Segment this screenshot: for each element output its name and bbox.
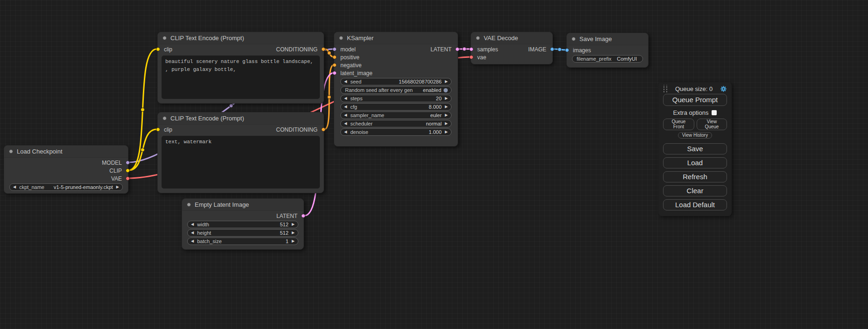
widget-cfg[interactable]: ◀ cfg 8.000 ▶ (340, 103, 452, 111)
output-slot-conditioning[interactable]: CONDITIONING (241, 126, 324, 133)
decrement-arrow-icon[interactable]: ◀ (344, 105, 347, 109)
input-port-samples[interactable] (469, 47, 473, 51)
input-port-images[interactable] (565, 48, 569, 52)
node-titlebar[interactable]: CLIP Text Encode (Prompt) (158, 112, 324, 125)
load-button[interactable]: Load (663, 157, 727, 168)
output-port-vae[interactable] (126, 176, 130, 181)
prev-value-arrow-icon[interactable]: ◀ (344, 122, 347, 126)
view-queue-button[interactable]: View Queue (697, 119, 727, 130)
widget-steps[interactable]: ◀ steps 20 ▶ (340, 95, 452, 102)
random-seed-toggle-dot[interactable] (444, 88, 448, 92)
node-load-checkpoint[interactable]: Load Checkpoint MODEL CLIP VAE (4, 145, 128, 194)
collapse-dot-icon[interactable] (162, 116, 167, 120)
queue-prompt-button[interactable]: Queue Prompt (663, 94, 727, 106)
input-slot-positive[interactable]: positive (334, 53, 458, 61)
output-slot-latent[interactable]: LATENT (182, 212, 303, 220)
input-port-positive[interactable] (332, 55, 337, 59)
collapse-dot-icon[interactable] (162, 36, 167, 40)
increment-arrow-icon[interactable]: ▶ (292, 231, 295, 235)
increment-arrow-icon[interactable]: ▶ (445, 80, 448, 84)
decrement-arrow-icon[interactable]: ◀ (344, 80, 347, 84)
input-port-negative[interactable] (332, 63, 337, 67)
output-port-model[interactable] (126, 161, 130, 165)
input-port-clip[interactable] (156, 127, 160, 132)
output-slot-latent[interactable]: LATENT (396, 45, 458, 53)
node-clip-text-encode-negative[interactable]: CLIP Text Encode (Prompt) clip CONDITION… (157, 112, 324, 193)
input-slot-images[interactable]: images (567, 46, 648, 54)
next-value-arrow-icon[interactable]: ▶ (445, 122, 448, 126)
output-port-latent[interactable] (455, 47, 459, 51)
collapse-dot-icon[interactable] (476, 36, 480, 40)
widget-batch-size[interactable]: ◀ batch_size 1 ▶ (187, 238, 298, 245)
input-slot-latent-image[interactable]: latent_image (334, 69, 458, 77)
drag-handle-icon[interactable] (662, 85, 668, 92)
prompt-textarea[interactable]: text, watermark (162, 136, 320, 189)
input-port-vae[interactable] (469, 55, 473, 59)
widget-filename-prefix[interactable]: filename_prefix ComfyUI (572, 55, 643, 63)
decrement-arrow-icon[interactable]: ◀ (344, 130, 347, 134)
node-titlebar[interactable]: Save Image (567, 33, 648, 45)
graph-canvas[interactable]: Load Checkpoint MODEL CLIP VAE (0, 0, 868, 329)
decrement-arrow-icon[interactable]: ◀ (191, 231, 194, 235)
input-port-latent-image[interactable] (332, 71, 337, 75)
clear-button[interactable]: Clear (663, 185, 727, 196)
decrement-arrow-icon[interactable]: ◀ (344, 97, 347, 100)
output-port-conditioning[interactable] (321, 127, 325, 132)
input-slot-clip[interactable]: clip (158, 45, 241, 53)
increment-arrow-icon[interactable]: ▶ (445, 130, 448, 134)
extra-options-checkbox[interactable] (712, 110, 717, 115)
collapse-dot-icon[interactable] (339, 36, 343, 40)
widget-sampler-name[interactable]: ◀ sampler_name euler ▶ (340, 112, 452, 119)
input-port-clip[interactable] (156, 47, 160, 51)
view-history-button[interactable]: View History (678, 132, 712, 139)
output-port-image[interactable] (550, 47, 554, 51)
prev-value-arrow-icon[interactable]: ◀ (344, 113, 347, 117)
node-save-image[interactable]: Save Image images filename_prefix ComfyU… (566, 33, 649, 68)
next-value-arrow-icon[interactable]: ▶ (116, 185, 119, 189)
input-slot-negative[interactable]: negative (334, 61, 458, 69)
widget-denoise[interactable]: ◀ denoise 1.000 ▶ (340, 128, 452, 136)
widget-random-seed[interactable]: Random seed after every gen enabled (340, 86, 452, 94)
queue-front-button[interactable]: Queue Front (663, 119, 694, 130)
input-port-model[interactable] (332, 47, 337, 51)
collapse-dot-icon[interactable] (572, 37, 576, 41)
widget-seed[interactable]: ◀ seed 156680208700286 ▶ (340, 78, 452, 85)
output-slot-image[interactable]: IMAGE (512, 45, 552, 53)
decrement-arrow-icon[interactable]: ◀ (191, 223, 194, 226)
increment-arrow-icon[interactable]: ▶ (445, 97, 448, 100)
node-empty-latent-image[interactable]: Empty Latent Image LATENT ◀ width 512 ▶ … (182, 198, 304, 250)
increment-arrow-icon[interactable]: ▶ (292, 223, 295, 226)
input-slot-model[interactable]: model (334, 45, 396, 53)
input-slot-vae[interactable]: vae (471, 53, 552, 61)
node-titlebar[interactable]: VAE Decode (471, 32, 552, 44)
widget-height[interactable]: ◀ height 512 ▶ (187, 229, 298, 237)
output-port-conditioning[interactable] (321, 47, 325, 51)
prev-value-arrow-icon[interactable]: ◀ (13, 185, 16, 189)
next-value-arrow-icon[interactable]: ▶ (445, 113, 448, 117)
save-button[interactable]: Save (663, 143, 727, 154)
prompt-textarea[interactable]: beautiful scenery nature glass bottle la… (162, 56, 320, 99)
node-titlebar[interactable]: Empty Latent Image (182, 199, 303, 211)
output-slot-clip[interactable]: CLIP (4, 167, 128, 175)
increment-arrow-icon[interactable]: ▶ (445, 105, 448, 109)
collapse-dot-icon[interactable] (187, 203, 191, 207)
output-port-latent[interactable] (301, 214, 305, 218)
output-slot-vae[interactable]: VAE (4, 175, 128, 182)
node-titlebar[interactable]: KSampler (334, 32, 458, 44)
output-slot-model[interactable]: MODEL (4, 159, 128, 167)
decrement-arrow-icon[interactable]: ◀ (191, 239, 194, 243)
output-slot-conditioning[interactable]: CONDITIONING (241, 45, 324, 53)
node-titlebar[interactable]: CLIP Text Encode (Prompt) (158, 32, 324, 44)
output-port-clip[interactable] (126, 168, 130, 173)
increment-arrow-icon[interactable]: ▶ (292, 239, 295, 243)
widget-width[interactable]: ◀ width 512 ▶ (187, 221, 298, 228)
widget-scheduler[interactable]: ◀ scheduler normal ▶ (340, 120, 452, 127)
settings-gear-icon[interactable] (720, 85, 727, 92)
load-default-button[interactable]: Load Default (663, 199, 727, 210)
input-slot-clip[interactable]: clip (158, 126, 241, 133)
node-ksampler[interactable]: KSampler model LATENT positive (334, 32, 458, 147)
collapse-dot-icon[interactable] (9, 149, 13, 154)
input-slot-samples[interactable]: samples (471, 45, 512, 53)
node-clip-text-encode-positive[interactable]: CLIP Text Encode (Prompt) clip CONDITION… (157, 32, 324, 104)
node-vae-decode[interactable]: VAE Decode samples IMAGE vae (471, 32, 553, 64)
